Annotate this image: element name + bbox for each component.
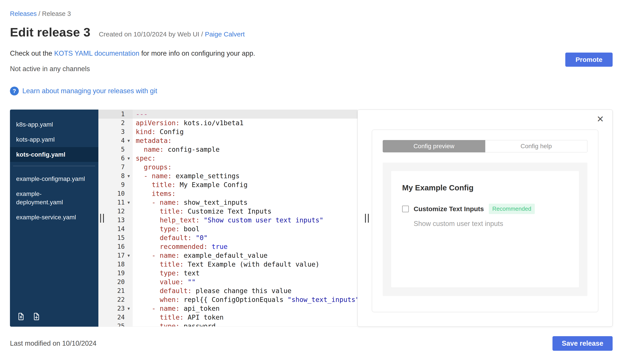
file-item-k8s-app.yaml[interactable]: k8s-app.yaml — [10, 117, 98, 132]
footer: Last modified on 10/10/2024 Save release — [10, 327, 613, 360]
code-line-9[interactable]: 9 title: My Example Config — [98, 181, 357, 189]
preview-tabs: Config previewConfig help — [383, 140, 587, 152]
code-line-12[interactable]: 12 title: Customize Text Inputs — [98, 207, 357, 216]
breadcrumb-separator: / — [37, 10, 42, 17]
code-lines: 1---2apiVersion: kots.io/v1beta13kind: C… — [98, 110, 357, 327]
git-help-link[interactable]: Learn about managing your releases with … — [22, 87, 157, 95]
code-line-8[interactable]: 8▾ - name: example_settings — [98, 172, 357, 181]
git-help-row: ? Learn about managing your releases wit… — [10, 87, 613, 95]
new-file-icon[interactable] — [32, 312, 41, 321]
gutter-line-15: 15 — [98, 233, 133, 242]
file-item-kots-app.yaml[interactable]: kots-app.yaml — [10, 132, 98, 147]
fold-arrow-icon[interactable]: ▾ — [125, 198, 133, 207]
file-item-example-service.yaml[interactable]: example-service.yaml — [10, 210, 98, 225]
code-line-4[interactable]: 4▾metadata: — [98, 136, 357, 145]
code-line-21[interactable]: 21 default: please change this value — [98, 286, 357, 295]
close-icon[interactable]: ✕ — [597, 115, 604, 123]
docs-line: Check out the KOTS YAML documentation fo… — [10, 49, 613, 58]
gutter-line-22: 22 — [98, 295, 133, 304]
created-text: Created on 10/10/2024 by Web UI / — [99, 30, 205, 38]
upload-file-icon[interactable] — [17, 312, 25, 321]
author-link[interactable]: Paige Calvert — [205, 30, 245, 38]
config-preview-pane: ✕ Config previewConfig help My Example C… — [357, 110, 613, 327]
title-row: Edit release 3 Created on 10/10/2024 by … — [10, 25, 613, 39]
gutter-line-2: 2 — [98, 119, 133, 127]
code-line-11[interactable]: 11▾ - name: show_text_inputs — [98, 198, 357, 207]
file-list-bottom: example-configmap.yamlexample-deployment… — [10, 171, 98, 225]
recommended-badge: Recommended — [489, 204, 535, 214]
release-editor-page: Releases / Release 3 Edit release 3 Crea… — [0, 0, 623, 360]
code-line-5[interactable]: 5 name: config-sample — [98, 145, 357, 154]
code-line-23[interactable]: 23▾ - name: api_token — [98, 304, 357, 313]
customize-text-inputs-checkbox[interactable] — [402, 206, 409, 212]
code-line-17[interactable]: 17▾ - name: example_default_value — [98, 251, 357, 260]
code-line-1[interactable]: 1--- — [98, 110, 357, 119]
preview-resize-handle[interactable] — [364, 213, 370, 223]
channel-status: Not active in any channels — [10, 65, 613, 73]
file-item-example-deployment.yaml[interactable]: example-deployment.yaml — [10, 186, 98, 210]
code-line-15[interactable]: 15 default: "0" — [98, 233, 357, 242]
gutter-line-10: 10 — [98, 189, 133, 198]
release-editor: k8s-app.yamlkots-app.yamlkots-config.yam… — [10, 110, 613, 327]
file-sidebar: k8s-app.yamlkots-app.yamlkots-config.yam… — [10, 110, 98, 327]
code-line-14[interactable]: 14 type: bool — [98, 225, 357, 233]
docs-suffix: for more info on configuring your app. — [139, 49, 255, 57]
breadcrumb-releases-link[interactable]: Releases — [10, 10, 37, 17]
kots-docs-link[interactable]: KOTS YAML documentation — [54, 49, 139, 57]
sidebar-resize-handle[interactable] — [99, 213, 105, 223]
gutter-line-5: 5 — [98, 145, 133, 154]
save-release-button[interactable]: Save release — [553, 336, 613, 351]
sidebar-actions — [17, 312, 41, 321]
gutter-line-4: 4▾ — [98, 136, 133, 145]
code-line-24[interactable]: 24 title: API token — [98, 313, 357, 322]
fold-arrow-icon[interactable]: ▾ — [125, 304, 133, 313]
fold-arrow-icon[interactable]: ▾ — [125, 251, 133, 260]
gutter-line-3: 3 — [98, 127, 133, 136]
gutter-line-14: 14 — [98, 225, 133, 233]
promote-button[interactable]: Promote — [565, 53, 613, 67]
file-item-kots-config.yaml[interactable]: kots-config.yaml — [10, 147, 98, 162]
question-icon: ? — [10, 87, 19, 95]
gutter-line-1: 1 — [98, 110, 133, 119]
config-preview-card: Config previewConfig help My Example Con… — [372, 130, 598, 312]
gutter-line-7: 7 — [98, 163, 133, 172]
config-preview-canvas: My Example Config Customize Text Inputs … — [383, 162, 587, 296]
config-item-label: Customize Text Inputs — [414, 205, 484, 213]
fold-arrow-icon[interactable]: ▾ — [125, 154, 133, 163]
yaml-editor[interactable]: 1---2apiVersion: kots.io/v1beta13kind: C… — [98, 110, 357, 327]
gutter-line-25: 25 — [98, 322, 133, 327]
code-line-20[interactable]: 20 value: "" — [98, 278, 357, 286]
code-line-16[interactable]: 16 recommended: true — [98, 242, 357, 251]
config-item-help: Show custom user text inputs — [414, 220, 568, 228]
gutter-line-20: 20 — [98, 278, 133, 286]
gutter-line-9: 9 — [98, 181, 133, 189]
config-group-title: My Example Config — [402, 183, 568, 192]
code-line-7[interactable]: 7 groups: — [98, 163, 357, 172]
code-line-13[interactable]: 13 help_text: "Show custom user text inp… — [98, 216, 357, 225]
code-line-10[interactable]: 10 items: — [98, 189, 357, 198]
code-line-19[interactable]: 19 type: text — [98, 269, 357, 278]
file-item-example-configmap.yaml[interactable]: example-configmap.yaml — [10, 171, 98, 186]
gutter-line-17: 17▾ — [98, 251, 133, 260]
config-group-card: My Example Config Customize Text Inputs … — [391, 171, 579, 288]
code-line-2[interactable]: 2apiVersion: kots.io/v1beta1 — [98, 119, 357, 127]
gutter-line-11: 11▾ — [98, 198, 133, 207]
fold-arrow-icon[interactable]: ▾ — [125, 172, 133, 181]
config-item-row: Customize Text Inputs Recommended — [402, 204, 568, 214]
gutter-line-23: 23▾ — [98, 304, 133, 313]
code-line-18[interactable]: 18 title: Text Example (with default val… — [98, 260, 357, 269]
gutter-line-8: 8▾ — [98, 172, 133, 181]
code-line-22[interactable]: 22 when: repl{{ ConfigOptionEquals "show… — [98, 295, 357, 304]
code-line-3[interactable]: 3kind: Config — [98, 127, 357, 136]
created-info: Created on 10/10/2024 by Web UI / Paige … — [99, 30, 245, 38]
tab-config-help[interactable]: Config help — [485, 140, 588, 152]
gutter-line-6: 6▾ — [98, 154, 133, 163]
file-list-top: k8s-app.yamlkots-app.yamlkots-config.yam… — [10, 117, 98, 162]
gutter-line-21: 21 — [98, 286, 133, 295]
fold-arrow-icon[interactable]: ▾ — [125, 136, 133, 145]
tab-config-preview[interactable]: Config preview — [383, 140, 485, 152]
breadcrumb: Releases / Release 3 — [10, 0, 613, 18]
last-modified: Last modified on 10/10/2024 — [10, 340, 96, 347]
code-line-25[interactable]: 25 type: password — [98, 322, 357, 327]
code-line-6[interactable]: 6▾spec: — [98, 154, 357, 163]
